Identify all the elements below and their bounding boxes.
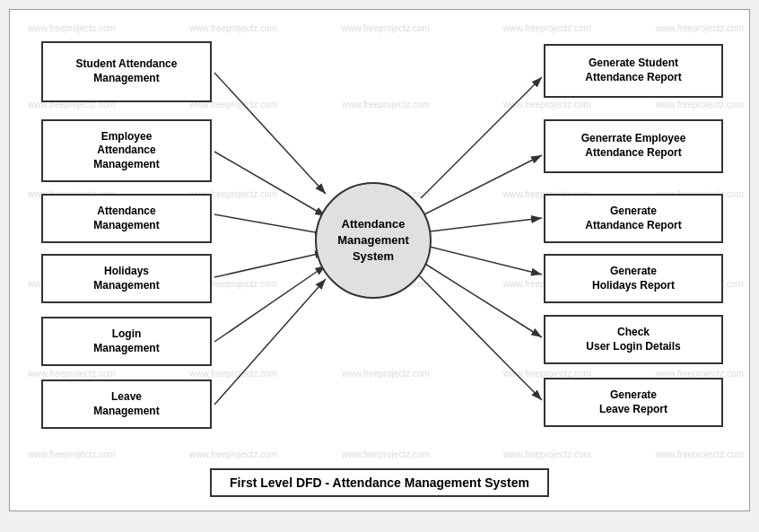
watermark: www.freeprojectz.com <box>503 23 591 33</box>
center-circle: AttendanceManagementSystem <box>315 182 432 299</box>
watermark: www.freeprojectz.com <box>189 449 277 459</box>
diagram-caption: First Level DFD - Attendance Management … <box>210 468 549 497</box>
holidays-mgmt-box: HolidaysManagement <box>41 254 212 303</box>
gen-leave-report-box: GenerateLeave Report <box>544 378 723 427</box>
watermark: www.freeprojectz.com <box>28 23 116 33</box>
svg-line-9 <box>423 218 542 232</box>
check-login-box: CheckUser Login Details <box>544 315 723 364</box>
login-mgmt-box: LoginManagement <box>41 317 212 366</box>
watermark: www.freeprojectz.com <box>342 369 430 379</box>
watermark: www.freeprojectz.com <box>656 449 744 459</box>
watermark: www.freeprojectz.com <box>656 23 744 33</box>
gen-student-report-box: Generate StudentAttendance Report <box>544 44 723 98</box>
svg-line-8 <box>421 155 542 216</box>
gen-employee-report-box: Generrate EmployeeAttendance Report <box>544 119 723 173</box>
diagram-container: www.freeprojectz.com www.freeprojectz.co… <box>9 9 750 511</box>
leave-mgmt-box: LeaveManagement <box>41 379 212 429</box>
svg-line-4 <box>214 252 326 277</box>
svg-line-6 <box>214 279 326 405</box>
svg-line-12 <box>418 275 542 400</box>
watermark: www.freeprojectz.com <box>503 100 591 109</box>
attendance-mgmt-box: AttendanceManagement <box>41 194 212 243</box>
gen-holidays-report-box: GenerateHolidays Report <box>544 254 723 303</box>
svg-line-3 <box>214 214 326 234</box>
watermark: www.freeprojectz.com <box>28 449 116 459</box>
watermark: www.freeprojectz.com <box>342 100 430 109</box>
svg-line-5 <box>214 266 326 342</box>
gen-attendance-report-box: GenerateAttandance Report <box>544 194 723 243</box>
watermark: www.freeprojectz.com <box>189 23 277 33</box>
watermark: www.freeprojectz.com <box>28 369 116 379</box>
watermark: www.freeprojectz.com <box>656 100 744 109</box>
svg-line-11 <box>421 261 542 337</box>
svg-line-2 <box>214 152 326 216</box>
svg-line-1 <box>214 73 326 194</box>
svg-line-10 <box>423 245 542 275</box>
student-attendance-box: Student AttendanceManagement <box>41 41 212 102</box>
watermark: www.freeprojectz.com <box>342 449 430 459</box>
watermark: www.freeprojectz.com <box>189 369 277 379</box>
watermark: www.freeprojectz.com <box>342 23 430 33</box>
employee-attendance-box: EmployeeAttendanceManagement <box>41 119 212 182</box>
svg-line-7 <box>421 77 542 198</box>
watermark: www.freeprojectz.com <box>503 449 591 459</box>
